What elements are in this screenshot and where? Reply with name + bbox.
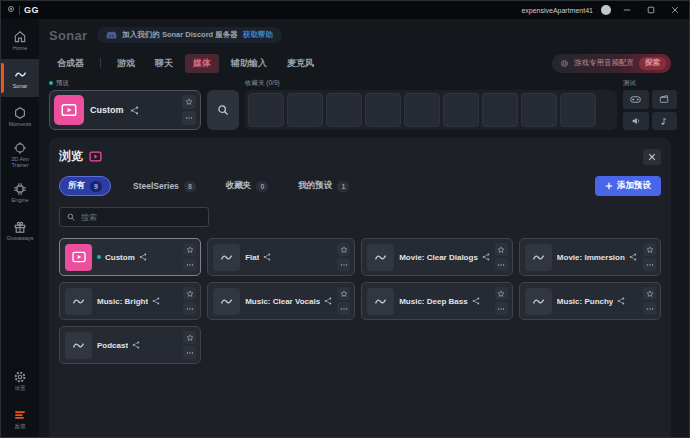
media-preset-icon [54, 95, 84, 125]
maximize-button[interactable] [643, 3, 659, 17]
share-icon[interactable] [324, 297, 332, 305]
promo-explore-button[interactable]: 探索 [639, 57, 666, 70]
sidebar-item-3d-aim-trainer[interactable]: 3D Aim Trainer [1, 135, 39, 173]
favorite-star-button[interactable] [337, 243, 350, 256]
share-icon[interactable] [472, 297, 480, 305]
preset-card-custom[interactable]: Custom [59, 238, 201, 276]
preset-card-music-bright[interactable]: Music: Bright [59, 282, 201, 320]
close-browse-button[interactable] [643, 149, 661, 165]
search-input[interactable] [81, 213, 202, 222]
filter-my-presets[interactable]: 我的预设 1 [290, 177, 357, 195]
favorites-label: 收藏夹 (0/9) [245, 79, 617, 87]
favorite-star-button[interactable] [643, 243, 656, 256]
avatar[interactable] [601, 5, 611, 15]
share-icon[interactable] [152, 297, 160, 305]
preset-card-movie-immersion[interactable]: Movie: Immersion [519, 238, 661, 276]
favorite-star-button[interactable] [183, 331, 196, 344]
tab-microphone[interactable]: 麦克风 [279, 54, 322, 73]
share-icon[interactable] [139, 253, 147, 261]
favorite-slot[interactable] [404, 93, 440, 127]
preset-card-podcast[interactable]: Podcast [59, 326, 201, 364]
filter-all[interactable]: 所有 9 [59, 176, 111, 196]
favorite-star-button[interactable] [643, 287, 656, 300]
tab-mixer[interactable]: 合成器 [49, 54, 92, 73]
preset-card-movie-clear-dialogs[interactable]: Movie: Clear Dialogs [361, 238, 513, 276]
favorite-slot[interactable] [248, 93, 284, 127]
media-preset-icon [65, 244, 92, 271]
sidebar-item-home[interactable]: Home [1, 21, 39, 59]
browse-filters: 所有 9 SteelSeries 8 收藏夹 0 我的预设 1 [59, 176, 661, 196]
test-voice-sound-button[interactable] [623, 112, 649, 131]
more-options-button[interactable] [337, 258, 350, 271]
tab-chat[interactable]: 聊天 [147, 54, 181, 73]
preset-card-music-clear-vocals[interactable]: Music: Clear Vocals [207, 282, 355, 320]
preset-card-music-punchy[interactable]: Music: Punchy [519, 282, 661, 320]
close-window-button[interactable] [667, 3, 683, 17]
active-preset-name: Custom [90, 105, 124, 115]
preset-search[interactable] [59, 207, 209, 227]
favorite-star-button[interactable] [183, 287, 196, 300]
active-preset-card[interactable]: Custom [49, 90, 201, 130]
favorite-slot[interactable] [521, 93, 557, 127]
test-game-sound-button[interactable] [623, 90, 649, 109]
share-icon[interactable] [629, 253, 637, 261]
sidebar: Home Sonar Moments 3D Aim Trainer Engine… [1, 19, 39, 437]
minimize-button[interactable] [619, 3, 635, 17]
filter-steelseries[interactable]: SteelSeries 8 [125, 178, 204, 195]
favorites-column: 收藏夹 (0/9) [245, 79, 617, 130]
share-icon[interactable] [130, 106, 139, 115]
steelseries-logo-icon [7, 5, 15, 15]
more-options-button[interactable] [495, 258, 508, 271]
main-content: Sonar 加入我们的 Sonar Discord 服务器 获取帮助 合成器 游… [39, 19, 689, 437]
sidebar-item-settings[interactable]: 设置 [1, 361, 39, 399]
share-icon[interactable] [617, 297, 625, 305]
tab-game[interactable]: 游戏 [109, 54, 143, 73]
favorite-star-button[interactable] [337, 287, 350, 300]
more-options-button[interactable] [495, 302, 508, 315]
favorite-slot[interactable] [443, 93, 479, 127]
more-options-button[interactable] [183, 258, 196, 271]
preset-card-music-deep-bass[interactable]: Music: Deep Bass [361, 282, 513, 320]
favorite-slot[interactable] [482, 93, 518, 127]
favorite-slot[interactable] [365, 93, 401, 127]
add-preset-button[interactable]: 添加预设 [595, 176, 661, 196]
username[interactable]: expensiveApartment41 [521, 7, 593, 14]
tab-aux[interactable]: 辅助输入 [223, 54, 275, 73]
share-icon[interactable] [482, 253, 490, 261]
feedback-lines-icon [13, 408, 27, 422]
sidebar-item-giveaways[interactable]: Giveaways [1, 211, 39, 249]
sidebar-item-sonar[interactable]: Sonar [1, 59, 39, 97]
music-note-icon [659, 112, 669, 130]
filter-favorites[interactable]: 收藏夹 0 [218, 177, 277, 195]
favorite-slot[interactable] [326, 93, 362, 127]
sidebar-spacer [1, 249, 39, 361]
favorite-star-button[interactable] [183, 243, 196, 256]
test-movie-sound-button[interactable] [652, 90, 678, 109]
favorite-slot[interactable] [560, 93, 596, 127]
browse-title: 浏览 [59, 148, 83, 165]
discord-banner[interactable]: 加入我们的 Sonar Discord 服务器 获取帮助 [97, 27, 281, 43]
more-options-button[interactable] [183, 302, 196, 315]
more-options-button[interactable] [643, 258, 656, 271]
more-options-button[interactable] [337, 302, 350, 315]
preset-card-flat[interactable]: Flat [207, 238, 355, 276]
test-music-sound-button[interactable] [652, 112, 678, 131]
share-icon[interactable] [132, 341, 140, 349]
share-icon[interactable] [263, 253, 271, 261]
search-column [207, 90, 239, 130]
sidebar-item-moments[interactable]: Moments [1, 97, 39, 135]
more-options-button[interactable] [182, 111, 196, 125]
browse-presets-button[interactable] [207, 90, 239, 130]
game-configs-promo[interactable]: 游戏专用音频配置 探索 [552, 54, 671, 73]
more-options-button[interactable] [183, 346, 196, 359]
favorite-slot[interactable] [287, 93, 323, 127]
more-options-button[interactable] [643, 302, 656, 315]
favorite-star-button[interactable] [495, 287, 508, 300]
discord-help-link[interactable]: 获取帮助 [243, 30, 273, 40]
sidebar-item-feedback[interactable]: 反馈 [1, 399, 39, 437]
favorite-star-button[interactable] [182, 95, 196, 109]
favorite-star-button[interactable] [495, 243, 508, 256]
sonar-preset-icon [213, 288, 240, 315]
sidebar-item-engine[interactable]: Engine [1, 173, 39, 211]
tab-media[interactable]: 媒体 [185, 54, 219, 73]
